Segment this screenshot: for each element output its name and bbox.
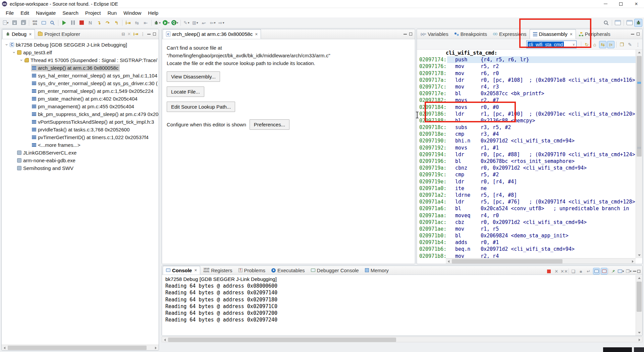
disassembly-address-combo[interactable]: cli_wifi_sta_cmd ∨ [526,41,577,48]
disassembly-row[interactable]: 0209718e: cmpr3, #4 [417,131,636,137]
forward-button[interactable]: ⇨▾ [217,19,225,27]
run-history-button[interactable]: ▾ [162,19,170,27]
disassembly-row[interactable]: 02097188: bl0x2136c88 <memcpy> [417,117,636,124]
disassembly-row[interactable]: 0209717e: bl0x20587cc <bk_printf> [417,90,636,97]
pin-view-icon[interactable]: ✎ [626,41,634,48]
disassembly-row[interactable]: 0209719e: ldrr0, [r4, #4] [417,178,636,185]
tab-disassembly[interactable]: Disassembly × [530,29,576,39]
disassembly-row[interactable]: 02097174: push{r4, r5, r6, lr} [417,56,636,63]
tab-memory[interactable]: Memory [362,266,392,275]
debug-history-button[interactable]: ▾ [153,19,161,27]
open-console-button[interactable] [40,19,48,27]
search-dialog-button[interactable] [48,19,56,27]
open-console-icon[interactable]: ❐▾ [625,268,632,275]
disassembly-row[interactable]: 0209719a: cbnzr0, 0x20971d2 <cli_wifi_st… [417,165,636,171]
tab-console[interactable]: Console × [163,266,200,275]
expand-chevron-icon[interactable]: › [19,58,24,63]
disassembly-row[interactable]: 02097176: movr5, r2 [417,63,636,70]
debug-tree-row[interactable]: pvTimerGetTimerID() at timers.c:1,022 0x… [2,133,159,141]
coverage-button[interactable]: Q▾ [171,19,179,27]
window-maximize-button[interactable] [613,0,629,8]
tab-peripherals[interactable]: Peripherals [576,29,613,39]
word-wrap-icon[interactable]: ↵ [585,268,592,275]
save-all-button[interactable] [19,19,27,27]
show-console-on-stderr-icon[interactable] [601,268,607,275]
locate-file-button[interactable]: Locate File... [167,86,204,97]
binary-view-button[interactable]: 010101 [31,19,39,27]
disassembly-row[interactable]: 02097194: ldrr0, [pc, #88] ; (0x20971f0 … [417,151,636,158]
maximize-view-button[interactable] [637,270,640,273]
disassembly-row[interactable]: 020971aa: moveqr4, r0 [417,212,636,219]
disassembly-row[interactable]: 020971a0: itene [417,185,636,192]
collapse-all-button[interactable]: ⊟ [122,32,125,37]
suspend-button[interactable] [69,19,77,27]
debug-tree-hscrollbar[interactable] [2,345,159,350]
disassembly-row[interactable]: 020971ac: cbzr0, 0x20971d2 <cli_wifi_sta… [417,219,636,226]
remove-all-launches-icon[interactable]: ✕✕ [561,268,568,275]
disassembly-row[interactable]: 02097196: bl0x20678bc <rtos_init_semapho… [417,158,636,165]
tab-problems[interactable]: Problems [235,266,268,275]
external-tools-button[interactable]: ✎▾ [182,19,191,27]
view-disassembly-button[interactable]: View Disassembly... [167,71,220,82]
annotations-button[interactable]: ⊞▾ [191,19,199,27]
menu-navigate[interactable]: Navigate [33,9,59,17]
debug-tree-row[interactable]: ›Thread #1 57005 (Suspended : Signal : S… [2,56,159,64]
disassembly-row[interactable]: 0209717c: movr4, r3 [417,83,636,90]
disassembly-row[interactable]: 020971a2: ldrner5, [r4, #8] [417,192,636,198]
minimize-view-button[interactable] [633,271,636,272]
disassembly-row[interactable]: 02097182: movsr2, #7 [417,97,636,104]
instruction-stepping-button[interactable]: ⇆ [133,19,141,27]
edit-source-lookup-path-button[interactable]: Edit Source Lookup Path... [167,102,235,112]
quick-access-search-button[interactable] [602,19,610,27]
debug-tree-row[interactable]: ›Cbk7258 Debug [GDB SEGGER J-Link Debugg… [2,41,159,49]
disassembly-row[interactable]: 02097186: ldrr1, [pc, #100] ; (0x20971ec… [417,111,636,117]
last-edit-button[interactable]: ↜ [200,19,208,27]
tab-expressions[interactable]: Expressions [490,29,530,39]
disassembly-row[interactable]: 02097184: movsr0, #0 [417,104,636,111]
tab-executables[interactable]: Executables [268,266,308,275]
debug-tree-row[interactable]: pm_management() at pm.c:455 0x205c404 [2,103,159,110]
menu-help[interactable]: Help [145,9,161,17]
disassembly-row[interactable]: 020971a4: ldrr5, [pc, #76] ; (0x20971f4 … [417,198,636,205]
tab-breakpoints[interactable]: Breakpoints [451,29,490,39]
console-vscrollbar[interactable] [636,275,642,336]
disassembly-row[interactable]: 020971b8: movr2, r4 [417,253,636,258]
disconnect-button[interactable]: N [86,19,94,27]
disassembly-vscrollbar[interactable] [636,50,642,258]
copy-console-icon[interactable]: ❏ [570,268,577,275]
disassembly-row[interactable]: 0209719c: cmpr5, #2 [417,171,636,178]
drop-to-frame-button[interactable]: ⇤ [142,19,150,27]
focus-on-stack-button[interactable]: i⇥ [133,32,138,37]
menu-run[interactable]: Run [104,9,120,17]
display-selected-console-icon[interactable]: ▾ [618,268,624,275]
view-menu-button[interactable]: ⋮ [141,32,145,37]
debug-tree-row[interactable]: ›app_test3.elf [2,49,159,56]
disassembly-row[interactable]: 020971b6: beq.n0x20971d2 <cli_wifi_sta_c… [417,246,636,252]
show-source-icon[interactable]: (≡ [607,41,614,48]
scroll-lock-icon[interactable]: 🔒︎ [578,268,584,275]
menu-file[interactable]: File [3,9,17,17]
debug-tree-row[interactable]: arch_sleep() at arm.c:36 0x800058c [2,64,159,72]
tab-debug[interactable]: Debug × [2,29,35,39]
expand-chevron-icon[interactable]: › [4,43,9,47]
disassembly-row[interactable]: 020971ae: movr1, r5 [417,226,636,232]
disassembly-hscrollbar[interactable] [446,258,636,264]
debug-tree-row[interactable]: arm-none-eabi-gdb.exe [2,157,159,164]
resume-button[interactable] [60,19,68,27]
tab-editor-arch-sleep[interactable]: c arch_sleep() at arm.c:36 0x800058c × [163,29,261,39]
maximize-view-button[interactable] [153,33,156,36]
debug-tree-row[interactable]: bk_pm_suppress_ticks_and_sleep() at pm.c… [2,110,159,118]
tab-project-explorer[interactable]: Project Explorer [35,29,83,39]
open-new-view-icon[interactable]: ❐ [618,41,626,48]
disassembly-row[interactable]: 02097178: movr6, r0 [417,70,636,77]
debug-tree-row[interactable]: sys_drv_enter_normal_sleep() at sys_ps_d… [2,79,159,87]
open-perspective-button[interactable] [614,19,622,27]
minimize-editor-button[interactable] [404,34,407,35]
show-console-on-stdout-icon[interactable] [593,268,600,275]
console-output[interactable]: bk7258 Debug [GDB SEGGER J-Link Debuggin… [162,275,636,336]
step-over-button[interactable]: ↷ [104,19,112,27]
debug-tree-row[interactable]: <...more frames...> [2,141,159,149]
window-close-button[interactable]: × [629,0,644,8]
menu-search[interactable]: Search [59,9,82,17]
tab-registers[interactable]: 10100101 Registers [200,266,235,275]
